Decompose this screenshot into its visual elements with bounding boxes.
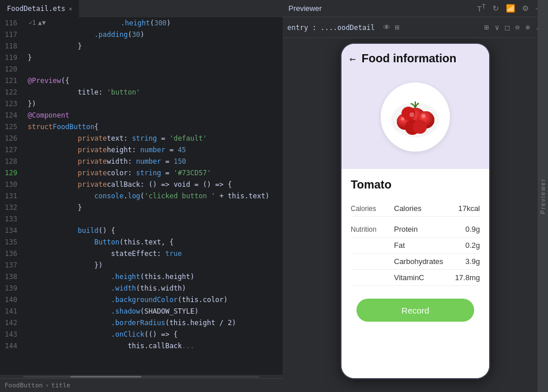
entry-bar-right: ⊞ ∨ □ ⊖ ⊕ ⤢ [483,22,543,33]
food-info-title: Food information [362,52,456,65]
code-line [23,63,283,75]
nutrient-value-fat: 0.2g [451,241,480,250]
wifi-icon[interactable]: 📶 [505,3,516,14]
svg-point-12 [422,114,426,118]
nutrition-section: Nutrition Protein 0.9g Fat 0.2g Carbohyd… [351,221,480,286]
nutrient-name-vitaminc: VitaminC [388,273,451,282]
nutrient-name-carbs: Carbohydrates [388,257,451,266]
phone-frame: ← Food information [340,43,490,379]
nutrient-value-vitaminc: 17.8mg [451,273,480,282]
code-line: } [23,40,283,52]
code-line: } [23,52,283,63]
grid-icon[interactable]: ⊞ [483,22,490,33]
svg-point-10 [410,112,414,117]
previewer-title: Previewer [288,4,476,13]
nutrition-row: Carbohydrates 3.9g [351,254,480,270]
line-numbers: 116 117 118 119 120 121 122 123 124 125 … [0,17,23,375]
food-image-container [341,71,489,169]
editor-tab[interactable]: FoodDetail.ets × [0,0,79,17]
code-line: title: 'button' [23,86,283,98]
toolbar-text-icon[interactable]: TT [476,2,487,14]
svg-point-8 [413,120,427,134]
section-label-nutrition: Nutrition [351,225,388,233]
layers-icon[interactable]: ⊞ [394,22,401,33]
tab-bar: FoodDetail.ets × [0,0,283,17]
food-details: Tomato Calories Calories 17kcal Nutritio… [341,169,489,378]
section-label-calories: Calories [351,205,388,213]
code-line: @Component [23,110,283,121]
square-icon[interactable]: □ [504,22,511,33]
editor-content: 116 117 118 119 120 121 122 123 124 125 … [0,17,283,375]
previewer-toolbar-icons: TT ↻ 📶 ⚙ ─ [476,2,542,14]
svg-point-11 [401,117,404,120]
scrollbar-thumb [70,376,141,378]
nutrition-row: Fat 0.2g [351,238,480,254]
back-button[interactable]: ← [350,52,356,65]
nutrient-value-calories: 17kcal [451,204,480,213]
food-image [381,82,450,152]
previewer-panel: Previewer TT ↻ 📶 ⚙ ─ entry : ....oodDeta… [283,0,548,392]
tab-label: FoodDetail.ets [7,5,65,13]
entry-bar: entry : ....oodDetail 👁 ⊞ ⊞ ∨ □ ⊖ ⊕ ⤢ [283,17,548,38]
breadcrumb-item[interactable]: FoodButton [5,382,43,389]
breadcrumb-item[interactable]: title [51,382,70,389]
phone-header: ← Food information [341,44,489,71]
breadcrumb-separator: › [45,382,49,389]
calories-section: Calories Calories 17kcal [351,201,480,217]
nutrient-value-protein: 0.9g [451,225,480,233]
record-button[interactable]: Record [356,299,474,322]
nutrient-name-calories: Calories [388,204,451,213]
code-area: ✓1 ▲ ▼ .height(300) .padding(30) } } [23,17,283,375]
refresh-icon[interactable]: ↻ [491,3,500,14]
previewer-main: ← Food information [283,38,548,392]
nutrient-name-protein: Protein [388,225,451,233]
zoom-in-icon[interactable]: ⊕ [524,22,531,33]
side-label: Previewer [540,178,546,214]
editor-panel: FoodDetail.ets × 116 117 118 119 120 121… [0,0,283,392]
food-name: Tomato [351,178,480,191]
nutrient-value-carbs: 3.9g [451,257,480,266]
chevron-down-icon[interactable]: ∨ [494,22,501,33]
nutrient-name-fat: Fat [388,241,451,250]
previewer-header: Previewer TT ↻ 📶 ⚙ ─ [283,0,548,17]
code-line: }) [23,98,283,110]
breadcrumb: FoodButton › title [0,378,283,392]
tab-close-icon[interactable]: × [69,6,72,12]
settings-icon[interactable]: ⚙ [521,3,530,14]
nutrition-row: Calories Calories 17kcal [351,201,480,217]
entry-label: entry : ....oodDetail [287,24,375,32]
nutrition-row: VitaminC 17.8mg [351,270,480,286]
code-line: } [23,202,283,213]
entry-bar-icons: 👁 ⊞ [382,22,401,33]
code-line: this.callBack... [23,340,283,352]
phone-screen: ← Food information [341,44,489,378]
eye-icon[interactable]: 👁 [382,22,392,33]
side-panel: Previewer [538,0,548,392]
nutrition-row: Nutrition Protein 0.9g [351,221,480,238]
zoom-out-icon[interactable]: ⊖ [514,22,521,33]
scrollbar-track [23,376,260,378]
